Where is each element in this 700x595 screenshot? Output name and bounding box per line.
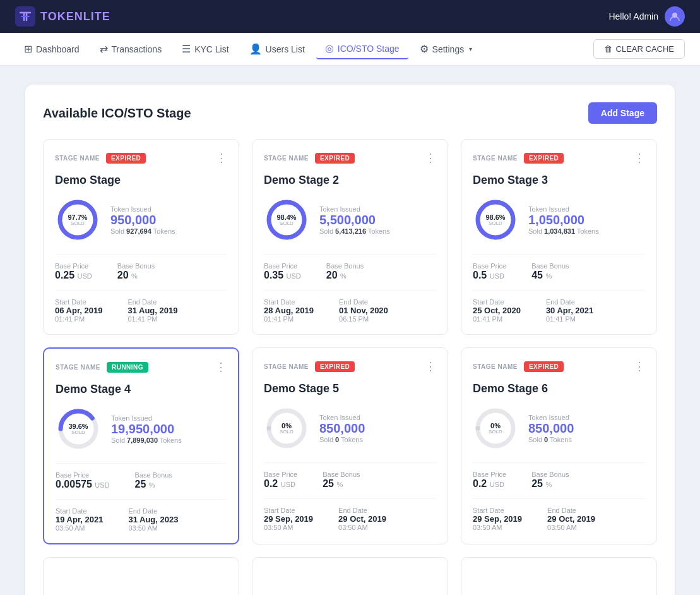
- nav-settings[interactable]: ⚙ Settings ▾: [411, 39, 482, 59]
- start-date-label-2: Start Date: [264, 298, 314, 306]
- end-date-label-6: End Date: [547, 507, 595, 514]
- base-price-group-6: Base Price 0.2 USD: [473, 471, 506, 490]
- base-price-label-6: Base Price: [473, 471, 506, 478]
- stage-badge-2: EXPIRED: [315, 153, 355, 164]
- page-title: Available ICO/STO Stage: [43, 106, 191, 121]
- logo-text-2: LITE: [83, 10, 110, 23]
- base-bonus-group-5: Base Bonus 25 %: [323, 471, 360, 490]
- stage-name-label-5: STAGE NAME: [264, 363, 309, 370]
- clear-cache-button[interactable]: 🗑 CLEAR CACHE: [593, 39, 685, 59]
- token-issued-value-6: 850,000: [528, 421, 574, 436]
- start-date-label-1: Start Date: [55, 298, 102, 306]
- stage-name-label-3: STAGE NAME: [473, 155, 518, 162]
- base-bonus-value-5: 25: [323, 478, 334, 489]
- token-issued-label-4: Token Issued: [111, 414, 182, 422]
- more-icon-5[interactable]: ⋮: [425, 359, 436, 373]
- base-price-unit-3: USD: [490, 272, 504, 280]
- token-issued-value-3: 1,050,000: [528, 213, 599, 227]
- stage-name-label-4: STAGE NAME: [56, 364, 100, 371]
- more-icon-6[interactable]: ⋮: [634, 359, 645, 373]
- kyc-icon: ☰: [182, 43, 191, 55]
- base-price-unit-6: USD: [490, 481, 504, 488]
- token-sold-text-1: Sold 927,694 Tokens: [110, 227, 175, 235]
- base-price-value-5: 0.2: [264, 478, 278, 489]
- start-date-value-2: 28 Aug, 2019: [264, 306, 314, 315]
- nav-kyc[interactable]: ☰ KYC List: [173, 39, 237, 59]
- base-price-unit-4: USD: [95, 481, 109, 489]
- nav-users-label: Users List: [266, 44, 305, 54]
- base-bonus-unit-5: %: [336, 481, 343, 488]
- header: TOKENLITE Hello! Admin: [0, 0, 700, 33]
- stage-card-3: STAGE NAME EXPIRED ⋮ Demo Stage 3 98.6% …: [461, 139, 657, 335]
- token-issued-label-6: Token Issued: [528, 414, 574, 421]
- end-date-group-3: End Date 30 Apr, 2021 01:41 PM: [546, 298, 593, 323]
- base-price-value-1: 0.25: [55, 270, 74, 280]
- nav-ico-label: ICO/STO Stage: [338, 44, 400, 54]
- more-icon-3[interactable]: ⋮: [634, 151, 645, 165]
- logo-text-1: TOKEN: [40, 10, 83, 23]
- more-icon-4[interactable]: ⋮: [215, 360, 227, 374]
- add-stage-button[interactable]: Add Stage: [588, 102, 657, 124]
- start-date-value-1: 06 Apr, 2019: [55, 306, 102, 315]
- token-row-3: 98.6% SOLD Token Issued 1,050,000 Sold 1…: [473, 197, 645, 243]
- logo: TOKENLITE: [15, 6, 110, 27]
- token-info-5: Token Issued 850,000 Sold 0 Tokens: [319, 414, 365, 443]
- start-date-value-6: 29 Sep, 2019: [473, 514, 522, 524]
- token-issued-label-5: Token Issued: [319, 414, 365, 421]
- stage-header-2: STAGE NAME EXPIRED ⋮: [264, 151, 436, 165]
- donut-sold-label-5: SOLD: [280, 430, 294, 435]
- stage-title-2: Demo Stage 2: [264, 174, 436, 187]
- stage-header-3: STAGE NAME EXPIRED ⋮: [473, 151, 645, 165]
- end-time-3: 01:41 PM: [546, 315, 593, 323]
- start-time-3: 01:41 PM: [473, 315, 521, 323]
- ghost-card-3: [461, 557, 657, 595]
- base-price-label-3: Base Price: [473, 262, 506, 270]
- end-date-group-2: End Date 01 Nov, 2020 06:15 PM: [339, 298, 388, 323]
- stage-name-group-6: STAGE NAME EXPIRED: [473, 361, 564, 372]
- stage-badge-6: EXPIRED: [524, 361, 564, 372]
- base-price-group-2: Base Price 0.35 USD: [264, 262, 301, 281]
- stage-badge-5: EXPIRED: [315, 361, 355, 372]
- chevron-down-icon: ▾: [469, 45, 472, 52]
- more-icon-2[interactable]: ⋮: [425, 151, 436, 165]
- date-row-3: Start Date 25 Oct, 2020 01:41 PM End Dat…: [473, 290, 645, 323]
- nav-settings-label: Settings: [432, 44, 465, 54]
- nav-kyc-label: KYC List: [194, 44, 228, 54]
- nav-dashboard[interactable]: ⊞ Dashboard: [15, 39, 88, 59]
- token-sold-text-6: Sold 0 Tokens: [528, 436, 574, 443]
- base-price-label-5: Base Price: [264, 471, 297, 478]
- stage-header-4: STAGE NAME RUNNING ⋮: [56, 360, 227, 374]
- start-date-group-1: Start Date 06 Apr, 2019 01:41 PM: [55, 298, 102, 323]
- start-date-label-6: Start Date: [473, 507, 522, 514]
- price-row-1: Base Price 0.25 USD Base Bonus 20 %: [55, 254, 227, 281]
- token-issued-label-2: Token Issued: [319, 205, 390, 213]
- nav-transactions[interactable]: ⇄ Transactions: [91, 39, 171, 59]
- stage-name-label-1: STAGE NAME: [55, 155, 100, 162]
- end-date-value-6: 29 Oct, 2019: [547, 514, 595, 524]
- start-date-value-4: 19 Apr, 2021: [56, 515, 103, 524]
- start-time-1: 01:41 PM: [55, 315, 102, 323]
- nav-transactions-label: Transactions: [112, 44, 162, 54]
- stage-title-4: Demo Stage 4: [56, 383, 227, 396]
- base-price-group-1: Base Price 0.25 USD: [55, 262, 92, 281]
- base-bonus-label-1: Base Bonus: [117, 262, 155, 270]
- nav-ico[interactable]: ◎ ICO/STO Stage: [316, 39, 408, 59]
- stage-card-5: STAGE NAME EXPIRED ⋮ Demo Stage 5 0% SOL…: [252, 347, 448, 544]
- base-bonus-unit-2: %: [340, 272, 347, 280]
- stage-name-group-2: STAGE NAME EXPIRED: [264, 153, 355, 164]
- more-icon-1[interactable]: ⋮: [216, 151, 227, 165]
- stage-name-label-2: STAGE NAME: [264, 155, 309, 162]
- price-row-3: Base Price 0.5 USD Base Bonus 45 %: [473, 254, 645, 281]
- end-date-label-5: End Date: [338, 507, 386, 514]
- base-bonus-label-2: Base Bonus: [326, 262, 364, 270]
- end-date-label-4: End Date: [128, 507, 178, 515]
- date-row-1: Start Date 06 Apr, 2019 01:41 PM End Dat…: [55, 290, 227, 323]
- base-price-group-3: Base Price 0.5 USD: [473, 262, 506, 281]
- end-date-group-5: End Date 29 Oct, 2019 03:50 AM: [338, 507, 386, 531]
- base-price-unit-5: USD: [281, 481, 295, 488]
- page-header: Available ICO/STO Stage Add Stage: [43, 102, 657, 124]
- clear-cache-label: CLEAR CACHE: [616, 44, 674, 54]
- nav-users[interactable]: 👤 Users List: [240, 39, 314, 59]
- base-bonus-value-1: 20: [117, 270, 129, 280]
- token-info-4: Token Issued 19,950,000 Sold 7,899,030 T…: [111, 414, 182, 444]
